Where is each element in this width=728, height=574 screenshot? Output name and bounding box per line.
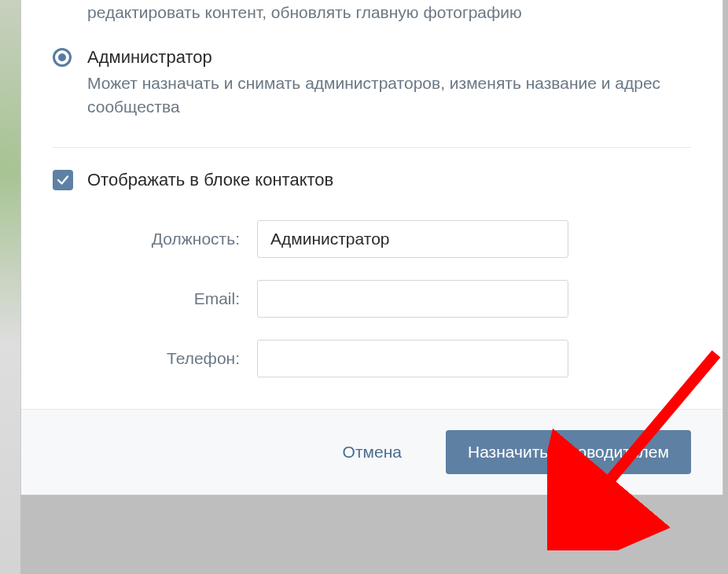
position-row: Должность: bbox=[53, 220, 691, 258]
role-option-admin[interactable]: Администратор Может назначать и снимать … bbox=[53, 46, 691, 119]
cancel-button[interactable]: Отмена bbox=[335, 433, 410, 471]
modal-backdrop bbox=[0, 0, 20, 574]
role-admin-label: Администратор bbox=[87, 46, 691, 68]
role-admin-description: Может назначать и снимать администраторо… bbox=[87, 72, 691, 119]
modal-footer: Отмена Назначить руководителем bbox=[21, 409, 722, 495]
modal-content: редактировать контент, обновлять главную… bbox=[21, 1, 722, 409]
checkbox-checked-icon bbox=[53, 170, 73, 190]
position-label: Должность: bbox=[53, 230, 257, 248]
position-input[interactable] bbox=[257, 220, 568, 258]
show-in-contacts-row[interactable]: Отображать в блоке контактов bbox=[53, 170, 691, 190]
phone-label: Телефон: bbox=[53, 349, 257, 368]
prev-role-description: редактировать контент, обновлять главную… bbox=[87, 1, 691, 24]
email-input[interactable] bbox=[257, 280, 568, 318]
divider bbox=[53, 147, 691, 148]
phone-row: Телефон: bbox=[53, 340, 691, 377]
show-in-contacts-label: Отображать в блоке контактов bbox=[87, 170, 333, 190]
radio-selected-icon bbox=[53, 48, 72, 67]
assign-manager-button[interactable]: Назначить руководителем bbox=[446, 430, 691, 474]
assign-manager-modal: редактировать контент, обновлять главную… bbox=[20, 0, 723, 495]
phone-input[interactable] bbox=[257, 340, 568, 377]
email-row: Email: bbox=[53, 280, 691, 318]
email-label: Email: bbox=[53, 289, 257, 308]
